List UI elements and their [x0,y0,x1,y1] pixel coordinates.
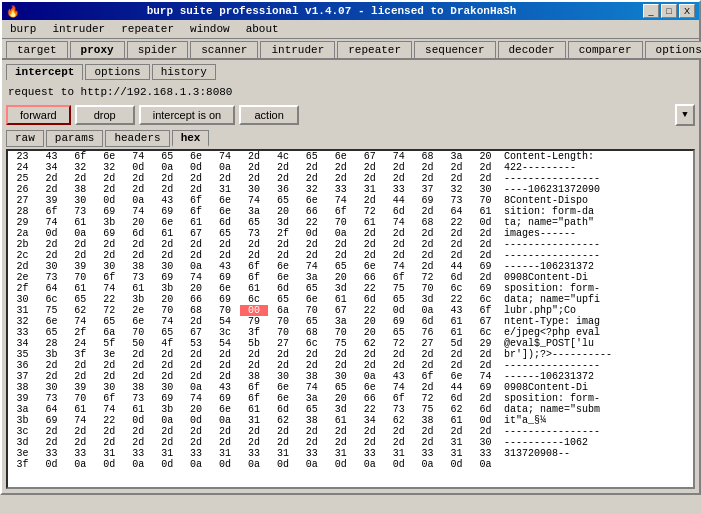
hex-cell: 29 [8,217,37,228]
hex-cell: 74 [37,217,66,228]
hex-cell: 3a [297,393,326,404]
hex-cell: 61 [471,206,500,217]
tab-target[interactable]: target [6,41,68,58]
hex-cell: 66 [355,272,384,283]
hex-cell: 62 [66,305,95,316]
minimize-button[interactable]: _ [643,4,659,18]
maximize-button[interactable]: □ [661,4,677,18]
tab-intruder[interactable]: intruder [260,41,335,58]
view-tab-headers[interactable]: headers [105,130,169,147]
hex-cell: 6c [240,294,269,305]
tab-repeater[interactable]: repeater [337,41,412,58]
hex-cell: 6f [95,393,124,404]
subtab-intercept[interactable]: intercept [6,64,83,80]
hex-cell: 69 [211,393,240,404]
hex-cell: 30 [37,382,66,393]
dropdown-button[interactable]: ▼ [675,104,695,126]
hex-view[interactable]: 23436f6e74656e742d4c656e6774683a20Conten… [6,149,695,489]
hex-cell: 2d [326,173,355,184]
tab-sequencer[interactable]: sequencer [414,41,495,58]
subtab-options[interactable]: options [85,64,149,80]
hex-cell: 6f [240,393,269,404]
hex-cell: 74 [384,151,413,162]
table-row: 262d382d2d2d2d31303632333133373230----10… [8,184,693,195]
hex-cell: 61 [66,283,95,294]
hex-cell: 2d [153,437,182,448]
hex-cell: 75 [413,404,442,415]
hex-cell: 6f [240,272,269,283]
hex-cell: 31 [153,448,182,459]
hex-cell: 0a [182,459,211,470]
hex-cell: 2d [124,250,153,261]
hex-cell: 33 [355,448,384,459]
hex-cell: 0a [413,305,442,316]
hex-cell: 43 [442,305,471,316]
close-button[interactable]: X [679,4,695,18]
proxy-tabs: intercept options history [6,64,695,80]
hex-cell: 6d [355,294,384,305]
tab-decoder[interactable]: decoder [498,41,566,58]
hex-cell: 2d [240,349,269,360]
subtab-history[interactable]: history [152,64,216,80]
hex-cell: 0a [355,459,384,470]
hex-cell: 2d [182,316,211,327]
forward-button[interactable]: forward [6,105,71,125]
hex-cell: 31 [384,448,413,459]
view-tab-raw[interactable]: raw [6,130,44,147]
view-tab-hex[interactable]: hex [172,130,210,147]
menu-about[interactable]: about [242,22,283,36]
hex-cell: 73 [124,393,153,404]
action-button[interactable]: action [239,105,299,125]
menu-burp[interactable]: burp [6,22,40,36]
view-tab-params[interactable]: params [46,130,104,147]
table-row: 2c2d2d2d2d2d2d2d2d2d2d2d2d2d2d2d2d------… [8,250,693,261]
hex-cell: 73 [384,404,413,415]
hex-cell: 61 [355,217,384,228]
main-tabs: target proxy spider scanner intruder rep… [2,39,699,60]
hex-cell: 2d [95,173,124,184]
tab-scanner[interactable]: scanner [190,41,258,58]
hex-cell: 6e [211,283,240,294]
intercept-button[interactable]: intercept is on [139,105,235,125]
menu-window[interactable]: window [186,22,234,36]
tab-comparer[interactable]: comparer [568,41,643,58]
hex-cell: 2d [66,371,95,382]
hex-cell: 66 [297,206,326,217]
hex-cell: 2d [413,162,442,173]
hex-cell: 3f [240,327,269,338]
hex-cell: 65 [297,404,326,415]
menu-intruder[interactable]: intruder [48,22,109,36]
hex-cell: 33 [37,448,66,459]
hex-cell: 65 [268,195,297,206]
hex-label: Content-Length: [500,151,693,162]
hex-label: it"a_§¼ [500,415,693,426]
table-row: 3c2d2d2d2d2d2d2d2d2d2d2d2d2d2d2d2d------… [8,426,693,437]
hex-label: ----------1062 [500,437,693,448]
hex-cell: 2d [471,272,500,283]
tab-spider[interactable]: spider [127,41,189,58]
hex-cell: 0d [471,217,500,228]
hex-cell: 6e [153,217,182,228]
hex-cell: 2e [8,272,37,283]
tab-proxy[interactable]: proxy [70,41,125,58]
hex-cell: 2d [326,349,355,360]
hex-cell: 61 [326,415,355,426]
table-row: 23436f6e74656e742d4c656e6774683a20Conten… [8,151,693,162]
hex-cell: 2d [268,250,297,261]
hex-cell: 3a [8,404,37,415]
hex-cell: 34 [37,162,66,173]
hex-cell: 2d [240,426,269,437]
hex-cell: 74 [384,217,413,228]
drop-button[interactable]: drop [75,105,135,125]
content-area: intercept options history request to htt… [2,60,699,493]
hex-cell: 2d [240,173,269,184]
hex-cell: 2d [153,360,182,371]
table-row: 3d2d2d2d2d2d2d2d2d2d2d2d2d2d2d3130------… [8,437,693,448]
hex-cell: 3b [8,415,37,426]
hex-cell: 2f [66,327,95,338]
tab-options[interactable]: options [645,41,701,58]
hex-label: ta; name="path" [500,217,693,228]
hex-table: 23436f6e74656e742d4c656e6774683a20Conten… [8,151,693,470]
hex-cell: 2d [297,437,326,448]
menu-repeater[interactable]: repeater [117,22,178,36]
